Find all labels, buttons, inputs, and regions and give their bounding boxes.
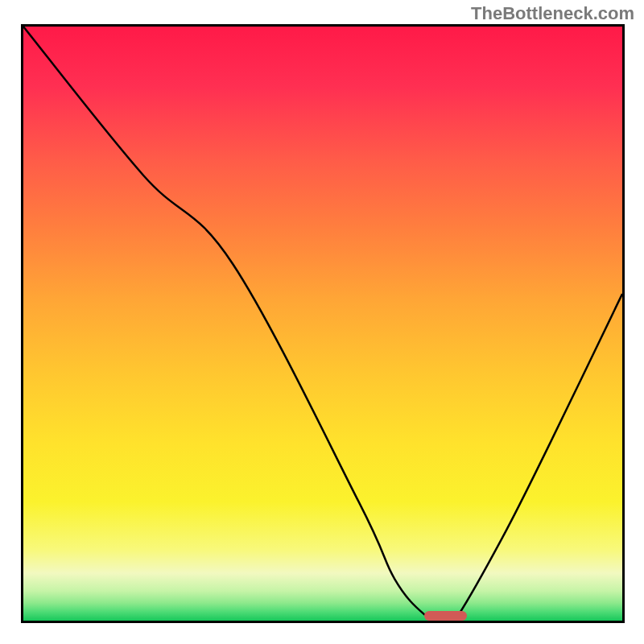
optimal-marker <box>424 611 466 621</box>
plot-area <box>21 24 625 623</box>
bottleneck-curve <box>23 27 622 621</box>
chart-container: TheBottleneck.com <box>0 0 644 644</box>
watermark-text: TheBottleneck.com <box>471 3 634 24</box>
